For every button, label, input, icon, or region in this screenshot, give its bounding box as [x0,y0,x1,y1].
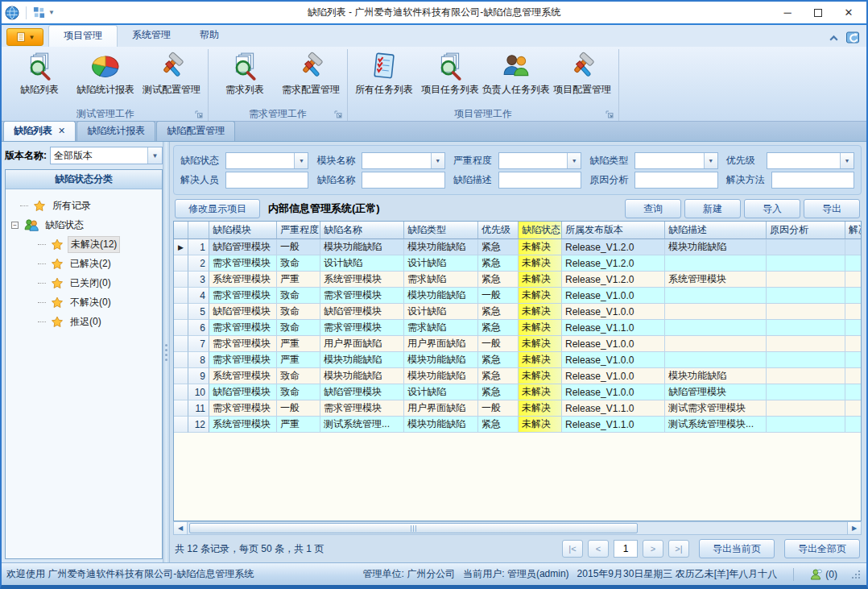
toolbar-button-0[interactable]: 查询 [625,199,681,218]
dialog-launcher-icon[interactable] [334,110,342,118]
resize-grip-icon[interactable] [852,570,860,579]
dialog-launcher-icon[interactable] [195,110,203,118]
document-tab-2[interactable]: 缺陷配置管理 [156,121,235,141]
tree-item-3[interactable]: 已解决(2) [10,254,160,273]
chevron-down-icon[interactable]: ▼ [147,147,162,164]
filter-dropdown[interactable]: ▼ [767,152,854,169]
modify-display-columns-button[interactable]: 修改显示项目 [175,199,260,218]
ribbon-button[interactable]: 需求列表 [212,49,278,97]
ribbon-button[interactable]: 项目任务列表 [417,49,483,97]
toolbar-button-2[interactable]: 导入 [744,199,800,218]
column-header-1[interactable]: 严重程度 [277,222,320,239]
column-header-9[interactable]: 解决方法 [845,222,862,239]
ribbon-tab-1[interactable]: 系统管理 [118,25,185,47]
table-row[interactable]: ▶1缺陷管理模块一般模块功能缺陷模块功能缺陷紧急未解决Release_V1.2.… [174,239,861,255]
tree-item-2[interactable]: 未解决(12) [10,234,160,254]
tree-item-4[interactable]: 已关闭(0) [10,273,160,292]
scroll-right-icon[interactable]: ▶ [847,522,861,534]
scrollbar-track[interactable] [188,522,847,534]
close-button[interactable]: ✕ [834,3,863,23]
tree-item-6[interactable]: 推迟(0) [10,312,160,331]
filter-input-field[interactable] [635,172,717,188]
prev-page-button[interactable]: < [588,540,609,558]
scroll-left-icon[interactable]: ◀ [174,522,188,534]
filter-input-field[interactable] [499,172,581,188]
chevron-down-icon[interactable]: ▼ [431,153,444,168]
ribbon-button[interactable]: 需求配置管理 [278,49,344,97]
table-row[interactable]: 5缺陷管理模块致命缺陷管理模块设计缺陷紧急未解决Release_V1.0.0 [174,304,861,320]
tree-item-0[interactable]: 所有记录 [10,196,160,215]
minimize-button[interactable]: ─ [773,3,802,23]
export-all-pages-button[interactable]: 导出全部页 [784,539,860,558]
filter-input[interactable] [634,172,717,189]
toolbar-button-3[interactable]: 导出 [804,199,860,218]
chevron-down-icon[interactable]: ▼ [294,153,308,168]
page-number-input[interactable] [614,540,638,558]
table-row[interactable]: 6需求管理模块致命需求管理模块需求缺陷紧急未解决Release_V1.1.0 [174,320,861,336]
table-row[interactable]: 4需求管理模块致命需求管理模块模块功能缺陷一般未解决Release_V1.0.0 [174,288,861,304]
filter-input-field[interactable] [635,153,703,168]
table-row[interactable]: 2需求管理模块致命设计缺陷设计缺陷紧急未解决Release_V1.2.0 [174,255,861,272]
column-header-0[interactable]: 缺陷模块 [209,222,277,239]
table-row[interactable]: 8需求管理模块严重模块功能缺陷模块功能缺陷紧急未解决Release_V1.0.0 [174,352,861,368]
messages-indicator[interactable]: (0) [810,569,837,580]
column-header-5[interactable]: 缺陷状态 [519,222,562,239]
ribbon-button[interactable]: 缺陷列表 [6,49,72,97]
ribbon-tab-2[interactable]: 帮助 [185,25,234,47]
first-page-button[interactable]: |< [562,540,583,558]
column-header-4[interactable]: 优先级 [478,222,519,239]
table-row[interactable]: 7需求管理模块严重用户界面缺陷用户界面缺陷一般未解决Release_V1.0.0 [174,336,861,352]
filter-input-field[interactable] [362,153,430,168]
last-page-button[interactable]: >| [668,540,689,558]
collapse-ribbon-icon[interactable] [829,34,839,42]
version-dropdown[interactable]: 全部版本 ▼ [50,147,163,164]
filter-input[interactable] [498,172,581,189]
filter-input[interactable] [225,172,308,189]
document-tab-0[interactable]: 缺陷列表✕ [3,121,76,141]
about-icon[interactable] [845,31,860,44]
export-current-page-button[interactable]: 导出当前页 [699,539,775,558]
filter-dropdown[interactable]: ▼ [362,152,444,169]
chevron-down-icon[interactable]: ▼ [48,9,55,16]
filter-input[interactable] [362,172,444,189]
next-page-button[interactable]: > [643,540,663,558]
table-row[interactable]: 9系统管理模块致命模块功能缺陷模块功能缺陷紧急未解决Release_V1.0.0… [174,368,861,384]
ribbon-button[interactable]: 负责人任务列表 [483,49,549,97]
filter-input-field[interactable] [226,153,294,168]
column-header-6[interactable]: 所属发布版本 [562,222,665,239]
filter-input-field[interactable] [362,172,444,188]
horizontal-scrollbar[interactable]: ◀ ▶ [173,521,862,535]
toolbar-button-1[interactable]: 新建 [684,199,741,218]
application-menu-button[interactable]: ▼ [6,28,43,46]
vertical-splitter[interactable] [163,142,170,562]
filter-dropdown[interactable]: ▼ [498,152,581,169]
filter-dropdown[interactable]: ▼ [225,152,308,169]
filter-input-field[interactable] [226,172,308,188]
filter-input-field[interactable] [772,172,854,188]
ribbon-button[interactable]: 缺陷统计报表 [72,49,138,97]
table-row[interactable]: 3系统管理模块严重系统管理模块需求缺陷紧急未解决Release_V1.2.0系统… [174,272,861,288]
ribbon-button[interactable]: 项目配置管理 [549,49,615,97]
table-row[interactable]: 11需求管理模块一般需求管理模块用户界面缺陷一般未解决Release_V1.1.… [174,400,861,417]
layout-grid-icon[interactable] [33,6,45,19]
filter-input-field[interactable] [767,153,840,168]
column-header-2[interactable]: 缺陷名称 [320,222,404,239]
scrollbar-thumb[interactable] [189,523,638,533]
dialog-launcher-icon[interactable] [606,110,614,118]
ribbon-tab-0[interactable]: 项目管理 [48,25,118,47]
filter-dropdown[interactable]: ▼ [634,152,717,169]
chevron-down-icon[interactable]: ▼ [567,153,581,168]
ribbon-button[interactable]: 测试配置管理 [138,49,205,97]
table-row[interactable]: 12系统管理模块严重测试系统管理...模块功能缺陷紧急未解决Release_V1… [174,417,861,433]
tree-item-1[interactable]: −缺陷状态 [10,215,160,234]
chevron-down-icon[interactable]: ▼ [704,153,717,168]
tree-item-5[interactable]: 不解决(0) [10,292,160,312]
table-row[interactable]: 10缺陷管理模块致命缺陷管理模块设计缺陷紧急未解决Release_V1.0.0缺… [174,384,861,400]
chevron-down-icon[interactable]: ▼ [840,153,854,168]
filter-input-field[interactable] [499,153,567,168]
column-header-8[interactable]: 原因分析 [767,222,845,239]
maximize-button[interactable] [804,3,833,23]
filter-input[interactable] [771,172,854,189]
ribbon-button[interactable]: 所有任务列表 [351,49,417,97]
column-header-7[interactable]: 缺陷描述 [665,222,767,239]
